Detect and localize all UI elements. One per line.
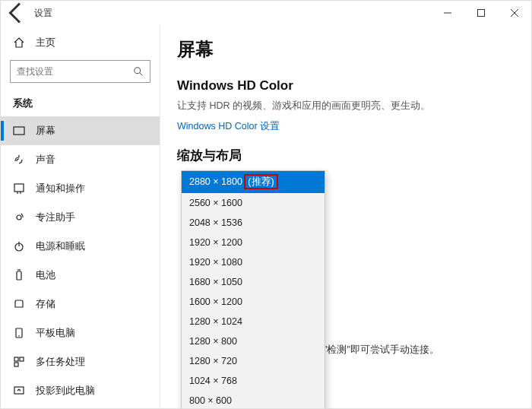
nav-icon (13, 356, 25, 368)
nav-item[interactable]: 体验共享 (1, 405, 160, 409)
nav-label: 专注助手 (36, 211, 75, 224)
svg-point-4 (135, 68, 141, 74)
window-title: 设置 (34, 7, 52, 20)
close-button[interactable] (498, 1, 531, 25)
nav-icon (13, 182, 25, 195)
nav-item[interactable]: 多任务处理 (1, 347, 160, 376)
svg-point-14 (18, 335, 20, 337)
nav-item[interactable]: 屏幕 (1, 116, 160, 145)
dropdown-option[interactable]: 1280 × 800 (182, 331, 325, 351)
svg-rect-18 (14, 387, 24, 394)
sidebar: 主页 系统 屏幕声音通知和操作专注助手电源和睡眠电池存储平板电脑多任务处理投影到… (1, 25, 160, 408)
section-label: 系统 (1, 90, 160, 116)
dropdown-option[interactable]: 800 × 600 (182, 391, 325, 409)
nav-label: 平板电脑 (36, 326, 75, 340)
svg-rect-11 (17, 271, 21, 280)
nav-icon (13, 327, 25, 339)
nav-label: 多任务处理 (36, 355, 85, 369)
nav-label: 屏幕 (36, 124, 55, 138)
dropdown-option[interactable]: 2048 × 1536 (182, 213, 325, 233)
svg-rect-1 (478, 10, 485, 17)
svg-rect-16 (20, 357, 24, 361)
detect-hint: "检测"即可尝试手动连接。 (324, 344, 439, 357)
search-icon (133, 66, 144, 77)
nav-label: 电源和睡眠 (36, 239, 85, 253)
dropdown-option[interactable]: 1024 × 768 (182, 371, 325, 391)
home-label: 主页 (36, 36, 55, 49)
dropdown-option[interactable]: 1600 × 1200 (182, 292, 325, 312)
dropdown-option[interactable]: 1920 × 1080 (182, 252, 325, 272)
search-input[interactable] (17, 66, 133, 77)
nav-label: 存储 (36, 297, 55, 311)
page-title: 屏幕 (177, 37, 515, 62)
nav-item[interactable]: 电池 (1, 261, 160, 290)
nav-item[interactable]: 电源和睡眠 (1, 232, 160, 261)
nav-label: 投影到此电脑 (36, 384, 95, 398)
nav-icon (13, 269, 25, 281)
nav-icon (13, 154, 25, 166)
nav-icon (13, 125, 25, 137)
nav-list: 屏幕声音通知和操作专注助手电源和睡眠电池存储平板电脑多任务处理投影到此电脑体验共… (1, 116, 160, 409)
back-button[interactable] (1, 1, 31, 25)
search-box[interactable] (10, 60, 150, 83)
dropdown-option[interactable]: 1280 × 1024 (182, 312, 325, 331)
nav-item[interactable]: 通知和操作 (1, 174, 160, 203)
svg-rect-17 (14, 363, 18, 366)
titlebar: 设置 (1, 1, 531, 25)
nav-label: 通知和操作 (36, 182, 85, 195)
home-button[interactable]: 主页 (1, 30, 160, 55)
nav-label: 声音 (36, 153, 55, 166)
svg-rect-7 (14, 184, 24, 192)
nav-icon (13, 240, 25, 252)
hd-color-title: Windows HD Color (177, 78, 515, 94)
svg-line-5 (140, 73, 143, 76)
nav-icon (13, 385, 25, 397)
resolution-dropdown[interactable]: 2880 × 1800 (推荐)2560 × 16002048 × 153619… (181, 170, 325, 409)
svg-point-8 (17, 215, 21, 220)
hd-color-desc: 让支持 HDR 的视频、游戏和应用的画面更明亮、更生动。 (177, 100, 515, 113)
nav-item[interactable]: 存储 (1, 290, 160, 319)
home-icon (13, 36, 25, 49)
dropdown-option[interactable]: 1280 × 720 (182, 351, 325, 371)
nav-item[interactable]: 投影到此电脑 (1, 376, 160, 405)
nav-icon (13, 298, 25, 310)
nav-item[interactable]: 声音 (1, 145, 160, 174)
nav-item[interactable]: 专注助手 (1, 203, 160, 232)
nav-label: 电池 (36, 268, 55, 282)
nav-icon (13, 211, 25, 224)
svg-rect-15 (14, 357, 18, 361)
dropdown-option[interactable]: 1680 × 1050 (182, 272, 325, 292)
maximize-button[interactable] (464, 1, 498, 25)
dropdown-option[interactable]: 2560 × 1600 (182, 193, 325, 213)
scale-layout-title: 缩放与布局 (177, 147, 515, 164)
hd-color-link[interactable]: Windows HD Color 设置 (177, 120, 280, 133)
dropdown-option-selected[interactable]: 2880 × 1800 (推荐) (182, 171, 325, 193)
dropdown-option[interactable]: 1920 × 1200 (182, 233, 325, 252)
svg-rect-6 (14, 127, 24, 135)
nav-item[interactable]: 平板电脑 (1, 319, 160, 347)
minimize-button[interactable] (431, 1, 464, 25)
